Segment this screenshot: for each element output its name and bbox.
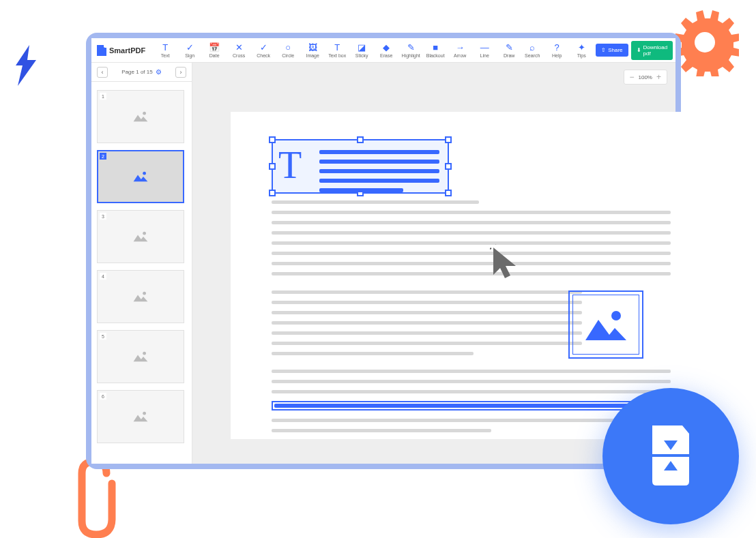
image-placeholder[interactable] — [568, 290, 643, 359]
decoration-bolt — [12, 45, 40, 86]
paragraph-1 — [272, 200, 671, 282]
tool-draw[interactable]: ✎Draw — [497, 42, 521, 58]
prev-page-button[interactable]: ‹ — [97, 67, 108, 78]
text-block-selected[interactable]: T — [272, 139, 449, 194]
resize-handle-sw[interactable] — [269, 190, 276, 196]
share-icon: ⇧ — [601, 47, 606, 53]
erase-icon: ◆ — [383, 42, 390, 52]
thumb-image — [97, 90, 184, 143]
thumb-number: 3 — [100, 213, 106, 220]
thumbnail-4[interactable]: 4 — [97, 270, 186, 323]
tool-sticky[interactable]: ◪Sticky — [350, 42, 373, 58]
tool-image[interactable]: 🖼Image — [301, 42, 324, 58]
check-icon: ✓ — [260, 42, 267, 52]
tips-icon: ✦ — [578, 42, 585, 52]
tool-date[interactable]: 📅Date — [203, 42, 226, 58]
tool-tips[interactable]: ✦Tips — [570, 42, 593, 58]
thumbnail-5[interactable]: 5 — [97, 330, 186, 383]
image-icon: 🖼 — [308, 42, 317, 52]
tool-circle[interactable]: ○Circle — [276, 42, 300, 58]
svg-point-1 — [143, 172, 146, 175]
thumbnail-3[interactable]: 3 — [97, 210, 186, 263]
logo-icon — [97, 45, 106, 56]
thumb-number: 4 — [100, 273, 106, 280]
text-lines — [319, 150, 439, 198]
cross-icon: ✕ — [235, 42, 243, 52]
paragraph-3 — [272, 370, 671, 400]
draw-icon: ✎ — [506, 42, 513, 52]
decoration-gear — [671, 8, 739, 76]
resize-handle-ne[interactable] — [445, 136, 452, 143]
tool-text[interactable]: TText — [154, 42, 177, 58]
svg-point-5 — [143, 412, 146, 415]
text-icon: T — [162, 42, 168, 52]
svg-point-6 — [611, 311, 621, 320]
sticky-icon: ◪ — [358, 42, 366, 52]
text box-icon: T — [334, 42, 340, 52]
sign-icon: ✓ — [186, 42, 194, 52]
document-page[interactable]: T — [231, 112, 684, 439]
sidebar: ‹ Page 1 of 15 ⚙ › 123456 — [91, 63, 192, 464]
download-icon: ⬇ — [637, 47, 641, 53]
tool-highlight[interactable]: ✎Highlight — [399, 42, 422, 58]
tool-sign[interactable]: ✓Sign — [178, 42, 201, 58]
next-page-button[interactable]: › — [175, 67, 186, 78]
cursor-icon — [490, 244, 524, 288]
circle-icon: ○ — [285, 42, 291, 52]
zoom-value: 100% — [639, 74, 652, 80]
thumb-image — [97, 390, 184, 443]
tool-line[interactable]: —Line — [473, 42, 496, 58]
highlight-icon: ✎ — [407, 42, 415, 52]
tool-search[interactable]: ⌕Search — [521, 42, 544, 58]
search-icon: ⌕ — [529, 42, 535, 52]
tool-check[interactable]: ✓Check — [252, 42, 275, 58]
resize-handle-nw[interactable] — [269, 136, 276, 143]
download-button[interactable]: ⬇ Download pdf — [631, 41, 673, 60]
text-glyph: T — [278, 146, 302, 184]
resize-handle-w[interactable] — [269, 163, 276, 170]
zoom-in-button[interactable]: + — [656, 72, 661, 82]
tool-help[interactable]: ?Help — [545, 42, 568, 58]
thumb-number: 2 — [100, 153, 106, 160]
thumb-image — [97, 270, 184, 323]
tool-cross[interactable]: ✕Cross — [227, 42, 250, 58]
thumb-number: 1 — [100, 93, 106, 100]
gear-icon[interactable]: ⚙ — [156, 68, 162, 76]
toolbar: SmartPDF TText✓Sign📅Date✕Cross✓Check○Cir… — [91, 38, 675, 63]
thumb-image — [97, 330, 184, 383]
tool-blackout[interactable]: ■Blackout — [424, 42, 447, 58]
svg-point-2 — [143, 232, 146, 235]
paragraph-2 — [272, 290, 582, 362]
resize-handle-se[interactable] — [445, 190, 452, 196]
zoom-out-button[interactable]: − — [630, 72, 635, 82]
thumbnail-6[interactable]: 6 — [97, 390, 186, 443]
thumbnail-2[interactable]: 2 — [97, 150, 186, 203]
canvas: − 100% + T — [192, 63, 675, 464]
tool-arrow[interactable]: →Arrow — [448, 42, 471, 58]
zoom-control: − 100% + — [624, 70, 668, 85]
selection-bar[interactable] — [272, 401, 671, 410]
svg-point-3 — [143, 292, 146, 295]
resize-handle-n[interactable] — [357, 136, 364, 143]
app-window: SmartPDF TText✓Sign📅Date✕Cross✓Check○Cir… — [86, 33, 681, 469]
resize-handle-e[interactable] — [445, 163, 452, 170]
arrow-icon: → — [456, 42, 465, 52]
page-navigation: ‹ Page 1 of 15 ⚙ › — [91, 63, 192, 82]
thumb-number: 5 — [100, 333, 106, 340]
help-icon: ? — [555, 42, 559, 52]
tool-erase[interactable]: ◆Erase — [375, 42, 398, 58]
thumb-number: 6 — [100, 393, 106, 400]
app-logo: SmartPDF — [97, 45, 145, 56]
app-name: SmartPDF — [109, 46, 145, 55]
svg-point-0 — [143, 112, 146, 115]
thumb-image — [97, 150, 184, 203]
decoration-circle — [602, 388, 739, 524]
thumbnail-1[interactable]: 1 — [97, 90, 186, 143]
tool-text-box[interactable]: TText box — [325, 42, 349, 58]
share-button[interactable]: ⇧ Share — [596, 44, 628, 57]
blackout-icon: ■ — [433, 42, 438, 52]
thumbnails: 123456 — [91, 82, 192, 464]
date-icon: 📅 — [209, 42, 220, 52]
thumb-image — [97, 210, 184, 263]
line-icon: — — [480, 42, 489, 52]
